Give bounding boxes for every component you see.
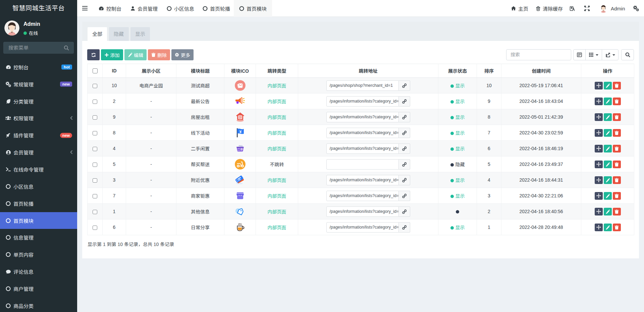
svg-text:¥: ¥ [239,129,241,134]
svg-text:二手: 二手 [237,147,243,151]
svg-text:租: 租 [238,115,242,120]
